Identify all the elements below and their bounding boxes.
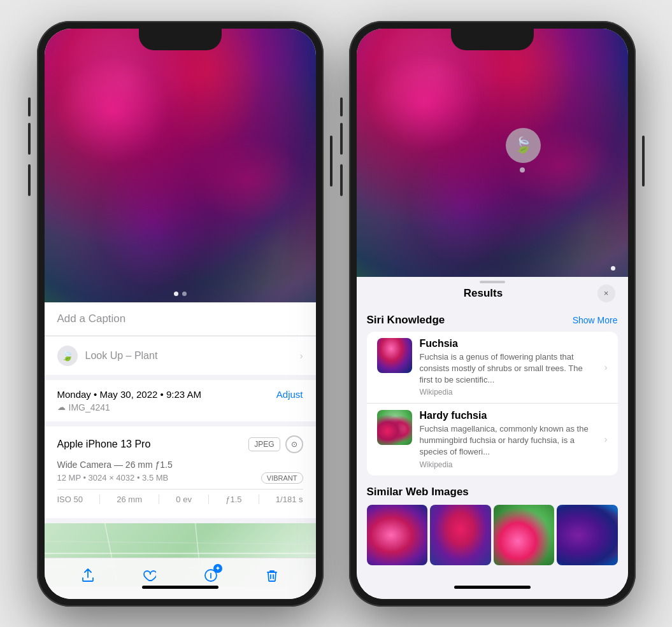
exif-shutter: 1/181 s [276,495,303,504]
exif-aperture: ƒ1.5 [225,495,241,504]
hardy-fuchsia-description: Fuchsia magellanica, commonly known as t… [420,423,597,458]
web-images-header: Similar Web Images [367,486,618,498]
hardy-fuchsia-chevron: › [604,434,608,444]
mute-switch [28,97,31,116]
cloud-icon: ☁ [57,402,66,412]
knowledge-item-fuchsia[interactable]: Fuchsia Fuchsia is a genus of flowering … [367,332,618,404]
phone2-notch [451,29,534,50]
favorite-button[interactable] [136,563,162,588]
fuchsia-thumbnail [377,338,412,373]
fuchsia-chevron: › [604,362,608,372]
web-image-4[interactable] [557,505,618,565]
fuchsia-info: Fuchsia Fuchsia is a genus of flowering … [420,338,597,397]
lookup-circle: 🍃 [506,128,541,163]
web-image-1[interactable] [367,505,428,565]
photo-section [45,29,316,302]
caption-area[interactable]: Add a Caption [45,302,316,336]
page-dots [174,292,187,296]
volume-up-button [28,123,31,155]
lookup-icon: 🍃 [57,346,78,366]
camera-details: Wide Camera — 26 mm ƒ1.5 [57,460,303,470]
exif-ev: 0 ev [176,495,192,504]
siri-knowledge-header: Siri Knowledge Show More [367,309,618,332]
camera-badges: JPEG ⊙ [248,435,303,453]
adjust-button[interactable]: Adjust [276,389,303,400]
info-badge: ✦ [213,564,222,573]
camera-section: Apple iPhone 13 Pro JPEG ⊙ Wide Camera —… [45,426,316,518]
svg-line-3 [45,541,316,544]
fuchsia-source: Wikipedia [420,388,597,397]
exif-focal: 26 mm [117,495,142,504]
info-section[interactable]: Add a Caption 🍃 Look Up – Plant › Monday… [45,302,316,599]
delete-button[interactable] [259,563,285,588]
phone2-volume-up-button [340,123,343,155]
notch [139,29,222,50]
hardy-fuchsia-thumbnail [377,410,412,445]
show-more-button[interactable]: Show More [573,315,618,325]
home-indicator [142,586,218,589]
camera-resolution: 12 MP • 3024 × 4032 • 3.5 MB [57,473,169,483]
web-image-2[interactable] [430,505,491,565]
phone2-side-button [642,136,645,187]
filename-text: IMG_4241 [69,402,110,412]
page-dots-2 [611,266,615,271]
web-images-grid [367,505,618,565]
dot-2 [182,292,187,296]
similar-web-images-title: Similar Web Images [367,486,469,498]
meta-filename: ☁ IMG_4241 [57,402,303,412]
flower-overlay [45,29,316,302]
exif-row: ISO 50 26 mm 0 ev ƒ1.5 1/181 s [57,489,303,509]
lookup-row[interactable]: 🍃 Look Up – Plant › [45,337,316,375]
phone-1: Add a Caption 🍃 Look Up – Plant › Monday… [37,21,324,607]
results-photo: 🍃 [357,29,628,277]
meta-section: Monday • May 30, 2022 • 9:23 AM Adjust ☁… [45,380,316,421]
siri-knowledge-container: Siri Knowledge Show More Fuchsia Fuchsia… [357,309,628,476]
vibrant-badge: VIBRANT [261,472,303,484]
results-title: Results [369,287,597,300]
results-header: Results × [357,277,628,309]
phone-1-screen: Add a Caption 🍃 Look Up – Plant › Monday… [45,29,316,599]
phone2-volume-down-button [340,164,343,196]
phone2-home-indicator [454,586,531,589]
hardy-fuchsia-info: Hardy fuchsia Fuchsia magellanica, commo… [420,410,597,469]
lookup-chevron: › [300,351,303,361]
web-images-section: Similar Web Images [367,486,618,565]
siri-knowledge-card: Fuchsia Fuchsia is a genus of flowering … [367,332,618,476]
camera-specs: 12 MP • 3024 × 4032 • 3.5 MB VIBRANT [57,472,303,484]
camera-header: Apple iPhone 13 Pro JPEG ⊙ [57,435,303,453]
close-button[interactable]: × [597,285,615,302]
phones-container: Add a Caption 🍃 Look Up – Plant › Monday… [24,8,648,619]
caption-placeholder[interactable]: Add a Caption [57,313,126,325]
lookup-text: Look Up – Plant [85,350,158,362]
fuchsia-description: Fuchsia is a genus of flowering plants t… [420,351,597,386]
web-image-3[interactable] [494,505,555,565]
dot2-1 [611,266,615,271]
phone-2: 🍃 Results × Siri Knowledge Show More [349,21,636,607]
photo-date: Monday • May 30, 2022 • 9:23 AM [57,389,201,400]
knowledge-item-hardy-fuchsia[interactable]: Hardy fuchsia Fuchsia magellanica, commo… [367,403,618,476]
siri-knowledge-title: Siri Knowledge [367,314,445,327]
meta-date-row: Monday • May 30, 2022 • 9:23 AM Adjust [57,389,303,400]
fuchsia-name: Fuchsia [420,338,597,349]
phone2-mute-switch [340,97,343,116]
lookup-dot [520,167,525,173]
volume-down-button [28,164,31,196]
side-button [330,136,332,187]
hardy-fuchsia-name: Hardy fuchsia [420,410,597,421]
results-panel[interactable]: Results × Siri Knowledge Show More [357,277,628,599]
camera-model: Apple iPhone 13 Pro [57,439,151,450]
phone-2-screen: 🍃 Results × Siri Knowledge Show More [357,29,628,599]
drag-handle [480,281,505,283]
exif-iso: ISO 50 [57,495,83,504]
info-button[interactable]: ✦ [198,563,224,588]
hardy-flowers-overlay [377,410,412,445]
share-button[interactable] [75,563,101,588]
format-badge: JPEG [248,437,280,451]
dot-1 [174,292,178,296]
photo-toolbar: ✦ [45,558,316,599]
flower-overlay-2 [357,29,628,277]
camera-settings-icon[interactable]: ⊙ [285,435,303,453]
hardy-fuchsia-source: Wikipedia [420,460,597,469]
